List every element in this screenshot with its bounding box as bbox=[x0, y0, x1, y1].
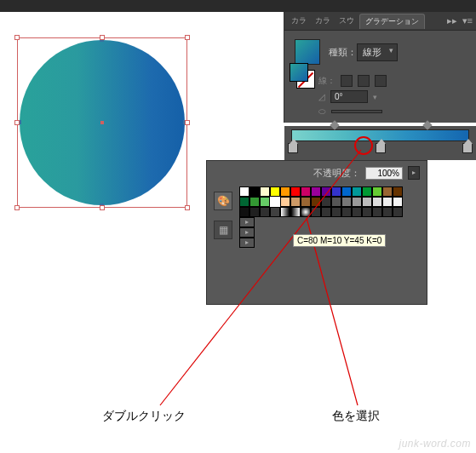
resize-handle[interactable] bbox=[100, 205, 105, 210]
swatch-cell[interactable] bbox=[341, 207, 352, 217]
swatch-cell[interactable] bbox=[249, 197, 260, 207]
swatch-cell[interactable] bbox=[352, 197, 362, 207]
callout-select-color: 色を選択 bbox=[332, 409, 380, 424]
swatches-mode-button[interactable]: 🎨 bbox=[214, 192, 232, 210]
swatch-tooltip: C=80 M=10 Y=45 K=0 bbox=[293, 234, 386, 247]
opacity-dropdown-icon[interactable]: ▸ bbox=[408, 166, 420, 180]
swatch-cell[interactable] bbox=[301, 197, 311, 207]
sliders-icon: ▦ bbox=[219, 224, 228, 236]
swatch-cell[interactable] bbox=[311, 197, 321, 207]
tab-gradient[interactable]: グラデーション bbox=[359, 14, 425, 29]
swatch-cell[interactable] bbox=[260, 207, 270, 217]
swatch-cell[interactable] bbox=[341, 197, 352, 207]
swatch-cell[interactable] bbox=[280, 197, 290, 207]
swatch-cell[interactable] bbox=[239, 197, 249, 207]
swatch-cell[interactable] bbox=[270, 197, 280, 207]
swatch-cell[interactable] bbox=[239, 207, 249, 217]
swatch-cell[interactable] bbox=[290, 186, 301, 197]
swatch-cell[interactable] bbox=[321, 197, 331, 207]
fill-proxy[interactable] bbox=[290, 63, 308, 82]
swatch-cell[interactable] bbox=[321, 186, 331, 197]
swatch-cell[interactable] bbox=[270, 186, 280, 197]
swatch-cell[interactable] bbox=[393, 186, 403, 197]
highlight-ring bbox=[354, 136, 373, 155]
swatch-cell[interactable] bbox=[382, 197, 393, 207]
swatch-cell[interactable] bbox=[372, 186, 382, 197]
swatch-cell[interactable] bbox=[260, 197, 270, 207]
selected-object[interactable] bbox=[17, 37, 187, 208]
gradient-stop[interactable] bbox=[376, 143, 386, 153]
resize-handle[interactable] bbox=[100, 35, 105, 40]
gradient-preview-swatch[interactable] bbox=[295, 39, 320, 65]
swatch-cell[interactable] bbox=[301, 186, 311, 197]
resize-handle[interactable] bbox=[14, 205, 20, 210]
gradient-stop[interactable] bbox=[288, 143, 298, 153]
gradient-stop[interactable] bbox=[462, 143, 473, 153]
tab-color[interactable]: カラ bbox=[288, 13, 310, 29]
aspect-input bbox=[331, 110, 382, 113]
stroke-gradient-along[interactable] bbox=[358, 75, 370, 87]
app-topbar bbox=[0, 0, 476, 12]
swatch-cell[interactable] bbox=[382, 207, 393, 217]
stroke-gradient-across[interactable] bbox=[375, 75, 387, 87]
swatch-cell[interactable] bbox=[280, 186, 290, 197]
center-point bbox=[100, 121, 104, 124]
swatch-cell[interactable] bbox=[311, 186, 321, 197]
swatch-cell[interactable] bbox=[372, 197, 382, 207]
swatch-cell[interactable] bbox=[372, 207, 382, 217]
swatch-cell[interactable] bbox=[393, 207, 403, 217]
swatch-cell[interactable] bbox=[249, 186, 260, 197]
swatch-cell[interactable] bbox=[331, 197, 341, 207]
swatch-cell[interactable] bbox=[290, 207, 301, 217]
swatch-cell[interactable] bbox=[301, 207, 311, 217]
gradient-panel: カラ カラ スウ グラデーション ▸▸ ▾≡ 種類： 線形 線： ◿ 0° ▾ … bbox=[284, 12, 476, 123]
swatch-folder-icon[interactable]: ▸ bbox=[239, 227, 255, 238]
swatch-cell[interactable] bbox=[260, 186, 270, 197]
stroke-label: 線： bbox=[318, 75, 335, 87]
swatch-cell[interactable] bbox=[239, 186, 249, 197]
angle-icon: ◿ bbox=[318, 92, 325, 101]
tab-swatches[interactable]: スウ bbox=[335, 13, 358, 29]
swatch-cell[interactable] bbox=[249, 207, 260, 217]
color-mode-button[interactable]: ▦ bbox=[214, 221, 232, 239]
swatch-cell[interactable] bbox=[331, 207, 341, 217]
gradient-type-select[interactable]: 線形 bbox=[357, 43, 398, 61]
type-label: 種類： bbox=[329, 46, 357, 59]
swatch-cell[interactable] bbox=[321, 207, 331, 217]
swatch-cell[interactable] bbox=[270, 207, 280, 217]
swatch-cell[interactable] bbox=[362, 197, 372, 207]
gradient-slider-row bbox=[284, 126, 476, 160]
swatch-cell[interactable] bbox=[311, 207, 321, 217]
opacity-input[interactable]: 100% bbox=[365, 167, 403, 180]
panel-collapse-icon[interactable]: ▸▸ bbox=[447, 15, 457, 26]
swatch-cell[interactable] bbox=[352, 186, 362, 197]
swatch-folder-icon[interactable]: ▸ bbox=[239, 217, 255, 227]
resize-handle[interactable] bbox=[14, 120, 20, 125]
callout-double-click: ダブルクリック bbox=[102, 409, 186, 424]
aspect-icon: ⬭ bbox=[318, 106, 326, 117]
angle-dropdown-icon[interactable]: ▾ bbox=[373, 93, 377, 101]
swatch-cell[interactable] bbox=[331, 186, 341, 197]
resize-handle[interactable] bbox=[14, 35, 20, 40]
swatch-cell[interactable] bbox=[362, 186, 372, 197]
resize-handle[interactable] bbox=[185, 205, 190, 210]
tab-color-guide[interactable]: カラ bbox=[312, 13, 334, 29]
watermark: junk-word.com bbox=[399, 438, 471, 450]
swatch-cell[interactable] bbox=[290, 197, 301, 207]
swatch-folder-icon[interactable]: ▸ bbox=[239, 238, 255, 248]
panel-tabs: カラ カラ スウ グラデーション ▸▸ ▾≡ bbox=[284, 12, 476, 31]
swatch-cell[interactable] bbox=[382, 186, 393, 197]
opacity-label: 不透明度： bbox=[313, 167, 360, 180]
gradient-slider[interactable] bbox=[291, 129, 469, 141]
swatch-cell[interactable] bbox=[341, 186, 352, 197]
angle-input[interactable]: 0° bbox=[330, 90, 368, 103]
swatch-cell[interactable] bbox=[280, 207, 290, 217]
swatch-cell[interactable] bbox=[362, 207, 372, 217]
panel-menu-icon[interactable]: ▾≡ bbox=[462, 15, 473, 26]
swatch-cell[interactable] bbox=[393, 197, 403, 207]
palette-icon: 🎨 bbox=[217, 195, 230, 207]
stroke-gradient-within[interactable] bbox=[341, 75, 353, 87]
resize-handle[interactable] bbox=[185, 35, 190, 40]
resize-handle[interactable] bbox=[185, 120, 190, 125]
swatch-cell[interactable] bbox=[352, 207, 362, 217]
